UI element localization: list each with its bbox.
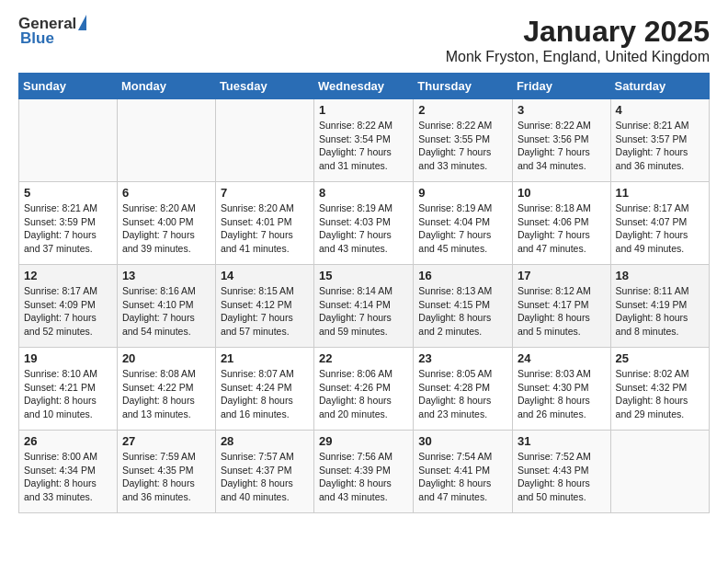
day-number: 9	[418, 186, 507, 200]
day-info-line: Sunrise: 8:07 AM	[221, 368, 294, 379]
day-number: 19	[24, 351, 112, 365]
table-row: 5Sunrise: 8:21 AMSunset: 3:59 PMDaylight…	[19, 182, 118, 265]
day-info: Sunrise: 8:12 AMSunset: 4:17 PMDaylight:…	[518, 284, 606, 339]
table-row: 22Sunrise: 8:06 AMSunset: 4:26 PMDayligh…	[314, 348, 414, 431]
day-info-line: Daylight: 8 hours and 47 minutes.	[418, 477, 491, 502]
day-info-line: Sunrise: 8:20 AM	[122, 202, 196, 213]
day-info-line: Daylight: 7 hours and 37 minutes.	[24, 229, 97, 254]
day-info-line: Sunset: 4:43 PM	[518, 465, 589, 476]
day-info: Sunrise: 7:56 AMSunset: 4:39 PMDaylight:…	[319, 450, 408, 504]
day-info-line: Daylight: 7 hours and 52 minutes.	[24, 312, 97, 337]
day-info-line: Daylight: 7 hours and 45 minutes.	[418, 229, 491, 254]
day-info: Sunrise: 8:19 AMSunset: 4:04 PMDaylight:…	[418, 201, 507, 256]
table-row	[19, 99, 118, 182]
day-info-line: Daylight: 8 hours and 33 minutes.	[24, 477, 97, 502]
table-row: 25Sunrise: 8:02 AMSunset: 4:32 PMDayligh…	[610, 348, 709, 431]
table-row: 4Sunrise: 8:21 AMSunset: 3:57 PMDaylight…	[610, 99, 709, 182]
day-info-line: Sunset: 4:03 PM	[319, 216, 391, 227]
day-info-line: Sunset: 4:04 PM	[418, 216, 490, 227]
col-monday: Monday	[117, 74, 215, 99]
day-info-line: Daylight: 7 hours and 54 minutes.	[122, 312, 195, 337]
day-number: 11	[616, 186, 704, 200]
day-info-line: Sunset: 4:17 PM	[518, 299, 589, 310]
day-info: Sunrise: 7:57 AMSunset: 4:37 PMDaylight:…	[221, 450, 309, 504]
day-info-line: Sunset: 3:56 PM	[518, 133, 589, 144]
day-info: Sunrise: 7:59 AMSunset: 4:35 PMDaylight:…	[122, 450, 210, 504]
day-info: Sunrise: 8:17 AMSunset: 4:07 PMDaylight:…	[616, 201, 704, 256]
table-row: 27Sunrise: 7:59 AMSunset: 4:35 PMDayligh…	[117, 431, 215, 513]
day-info: Sunrise: 8:10 AMSunset: 4:21 PMDaylight:…	[24, 367, 112, 421]
day-info-line: Sunset: 4:39 PM	[319, 465, 391, 476]
day-number: 13	[122, 269, 210, 282]
calendar-week-row: 12Sunrise: 8:17 AMSunset: 4:09 PMDayligh…	[19, 265, 710, 348]
table-row: 23Sunrise: 8:05 AMSunset: 4:28 PMDayligh…	[414, 348, 513, 431]
table-row	[215, 99, 313, 182]
table-row: 16Sunrise: 8:13 AMSunset: 4:15 PMDayligh…	[414, 265, 513, 348]
table-row: 14Sunrise: 8:15 AMSunset: 4:12 PMDayligh…	[215, 265, 313, 348]
table-row: 30Sunrise: 7:54 AMSunset: 4:41 PMDayligh…	[414, 431, 513, 513]
day-info-line: Sunset: 4:09 PM	[24, 299, 96, 310]
day-info: Sunrise: 8:20 AMSunset: 4:00 PMDaylight:…	[122, 201, 210, 256]
col-tuesday: Tuesday	[215, 74, 313, 99]
logo: General Blue	[18, 15, 86, 48]
day-info: Sunrise: 8:21 AMSunset: 3:57 PMDaylight:…	[616, 119, 704, 173]
day-info: Sunrise: 8:05 AMSunset: 4:28 PMDaylight:…	[418, 367, 507, 421]
day-info-line: Daylight: 8 hours and 8 minutes.	[616, 312, 688, 337]
day-info-line: Daylight: 8 hours and 5 minutes.	[518, 312, 590, 337]
day-info: Sunrise: 8:20 AMSunset: 4:01 PMDaylight:…	[221, 201, 309, 256]
day-info-line: Sunrise: 8:03 AM	[518, 368, 591, 379]
table-row	[610, 431, 709, 513]
day-info-line: Daylight: 8 hours and 23 minutes.	[418, 395, 491, 419]
day-info-line: Sunset: 4:10 PM	[122, 299, 194, 310]
day-info-line: Sunrise: 8:11 AM	[616, 285, 689, 296]
col-wednesday: Wednesday	[314, 74, 414, 99]
day-number: 2	[418, 103, 507, 117]
day-number: 7	[221, 186, 309, 200]
day-info-line: Sunrise: 7:56 AM	[319, 451, 392, 462]
day-info-line: Sunset: 4:00 PM	[122, 216, 194, 227]
day-info-line: Sunrise: 8:19 AM	[418, 202, 492, 213]
table-row: 8Sunrise: 8:19 AMSunset: 4:03 PMDaylight…	[314, 182, 414, 265]
table-row: 7Sunrise: 8:20 AMSunset: 4:01 PMDaylight…	[215, 182, 313, 265]
day-info-line: Sunrise: 8:17 AM	[616, 202, 689, 213]
table-row: 3Sunrise: 8:22 AMSunset: 3:56 PMDaylight…	[512, 99, 610, 182]
day-number: 28	[221, 434, 309, 448]
day-info-line: Sunset: 4:28 PM	[418, 382, 490, 393]
day-info-line: Sunrise: 8:00 AM	[24, 451, 97, 462]
day-info-line: Sunset: 4:12 PM	[221, 299, 292, 310]
day-info-line: Sunrise: 8:08 AM	[122, 368, 196, 379]
calendar-week-row: 19Sunrise: 8:10 AMSunset: 4:21 PMDayligh…	[19, 348, 710, 431]
logo-blue: Blue	[20, 29, 54, 48]
day-number: 25	[616, 351, 704, 365]
col-saturday: Saturday	[610, 74, 709, 99]
day-info-line: Sunrise: 8:12 AM	[518, 285, 591, 296]
day-info-line: Sunrise: 7:57 AM	[221, 451, 294, 462]
day-info-line: Sunset: 4:06 PM	[518, 216, 589, 227]
day-info-line: Sunset: 4:07 PM	[616, 216, 688, 227]
day-info-line: Sunset: 3:55 PM	[418, 133, 490, 144]
table-row: 17Sunrise: 8:12 AMSunset: 4:17 PMDayligh…	[512, 265, 610, 348]
day-info: Sunrise: 8:00 AMSunset: 4:34 PMDaylight:…	[24, 450, 112, 504]
day-info-line: Sunrise: 7:52 AM	[518, 451, 591, 462]
day-info-line: Sunset: 4:01 PM	[221, 216, 292, 227]
day-info-line: Sunrise: 8:21 AM	[616, 120, 689, 131]
day-info: Sunrise: 8:16 AMSunset: 4:10 PMDaylight:…	[122, 284, 210, 339]
table-row: 26Sunrise: 8:00 AMSunset: 4:34 PMDayligh…	[19, 431, 118, 513]
table-row: 11Sunrise: 8:17 AMSunset: 4:07 PMDayligh…	[610, 182, 709, 265]
day-info-line: Sunset: 4:34 PM	[24, 465, 96, 476]
day-info: Sunrise: 8:14 AMSunset: 4:14 PMDaylight:…	[319, 284, 408, 339]
day-number: 30	[418, 434, 507, 448]
day-info-line: Daylight: 7 hours and 31 minutes.	[319, 146, 392, 171]
day-info-line: Sunrise: 8:17 AM	[24, 285, 97, 296]
table-row	[117, 99, 215, 182]
day-info: Sunrise: 8:21 AMSunset: 3:59 PMDaylight:…	[24, 201, 112, 256]
day-info-line: Daylight: 8 hours and 20 minutes.	[319, 395, 392, 419]
day-info-line: Sunset: 4:14 PM	[319, 299, 391, 310]
day-info-line: Daylight: 7 hours and 33 minutes.	[418, 146, 491, 171]
header: General Blue January 2025 Monk Fryston, …	[18, 15, 710, 65]
day-info-line: Sunset: 4:21 PM	[24, 382, 96, 393]
day-number: 12	[24, 269, 112, 282]
table-row: 28Sunrise: 7:57 AMSunset: 4:37 PMDayligh…	[215, 431, 313, 513]
day-info-line: Sunrise: 8:10 AM	[24, 368, 97, 379]
day-info-line: Daylight: 8 hours and 50 minutes.	[518, 477, 590, 502]
